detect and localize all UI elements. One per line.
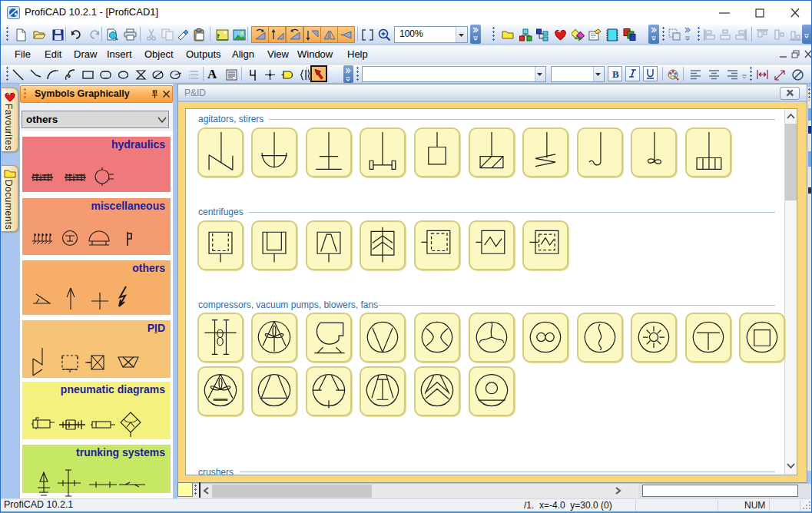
svg-text:B: B — [612, 68, 619, 80]
